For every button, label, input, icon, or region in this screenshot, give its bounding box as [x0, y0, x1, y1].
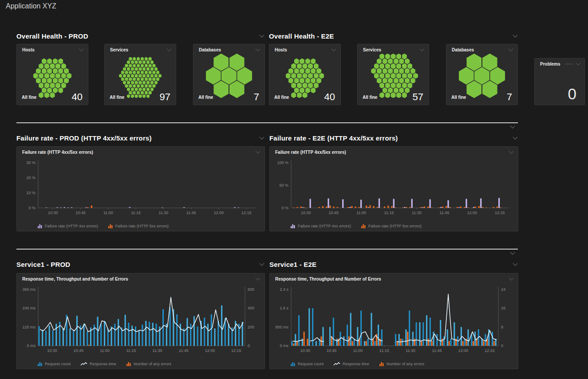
hexagon: [142, 74, 146, 78]
hexagon: [50, 73, 55, 78]
legend-item[interactable]: Failure rate (HTTP 4xx errors): [290, 224, 351, 228]
chevron-down-icon[interactable]: [512, 136, 518, 140]
hexagon: [213, 54, 229, 71]
axis-label: 240 ms: [22, 306, 36, 310]
chevron-down-icon[interactable]: [255, 277, 261, 281]
hexagon: [64, 78, 69, 83]
hexagon: [379, 82, 384, 88]
hexagon: [379, 73, 384, 78]
health-tile-hosts-e2e[interactable]: Hosts All fine 40: [269, 44, 341, 105]
legend-label: Request count: [45, 362, 71, 366]
health-tile-databases-prod[interactable]: Databases All fine 7: [193, 44, 265, 105]
hexagon: [137, 91, 140, 95]
axis-label: 11:15: [131, 211, 141, 215]
legend-item[interactable]: Failure rate (HTTP 5xx errors): [108, 224, 169, 228]
chevron-down-icon[interactable]: [255, 150, 261, 154]
chevron-down-icon[interactable]: [259, 136, 265, 140]
hexagon: [305, 87, 310, 93]
axis-label: 11:00: [353, 348, 363, 353]
chevron-down-icon[interactable]: [508, 150, 514, 154]
hexagon: [459, 67, 474, 84]
hexagon: [385, 54, 390, 59]
chevron-down-icon[interactable]: [509, 125, 516, 129]
chart-tile-failure-e2e[interactable]: Failure rate (HTTP 4xx/5xx errors) 100 %…: [269, 146, 518, 231]
chevron-down-icon[interactable]: [419, 47, 425, 52]
status-text: All fine: [274, 95, 289, 100]
hexagon: [396, 63, 401, 69]
hexagon: [33, 73, 38, 78]
hexagon: [377, 59, 382, 64]
hexagon: [53, 68, 58, 74]
legend-item[interactable]: Response time: [333, 362, 369, 366]
chevron-down-icon[interactable]: [259, 262, 265, 266]
legend-item[interactable]: Request count: [37, 362, 71, 366]
hexagon: [385, 73, 390, 78]
chevron-down-icon[interactable]: [331, 47, 337, 52]
chart-canvas: 2.4 s1.6 s800 ms0 ms24168010:3010:4511:0…: [272, 284, 516, 357]
legend-label: Response time: [90, 362, 116, 366]
chevron-down-icon[interactable]: [255, 47, 261, 52]
axis-label: 16: [501, 306, 505, 310]
problems-tile[interactable]: Problems 0: [534, 58, 585, 105]
legend-item[interactable]: Response time: [80, 362, 116, 366]
chart-tile-failure-prod[interactable]: Failure rate (HTTP 4xx/5xx errors) 30 %2…: [16, 146, 265, 231]
chevron-down-icon[interactable]: [508, 47, 514, 52]
chart-canvas: 100 %50 %0 %10:3010:4511:0011:1511:3011:…: [272, 157, 516, 219]
chart-title: Response time, Throughput and Number of …: [22, 277, 128, 281]
hexagon: [152, 77, 155, 81]
section-title-health-e2e: Overall Health - E2E: [269, 32, 334, 40]
hexagon: [53, 78, 58, 83]
chevron-down-icon[interactable]: [509, 251, 516, 255]
hexagon: [148, 57, 151, 61]
hexagon: [316, 68, 321, 74]
hexagon: [36, 78, 41, 83]
chevron-down-icon[interactable]: [166, 47, 172, 52]
hexagon: [138, 81, 142, 85]
hexagon: [396, 92, 401, 98]
chart-tile-service1-e2e[interactable]: Response time, Throughput and Number of …: [269, 273, 518, 369]
health-tile-services-e2e[interactable]: Services All fine 57: [357, 44, 429, 105]
hexagon: [388, 78, 393, 83]
hexagon: [142, 94, 146, 98]
axis-label: 0: [501, 344, 503, 348]
hexagon: [152, 64, 155, 68]
hexagon: [146, 74, 150, 78]
axis-label: 11:30: [412, 211, 422, 215]
hexagon: [137, 77, 140, 81]
tile-title: Problems: [540, 62, 560, 66]
hexagon: [213, 81, 229, 98]
chart-tile-service1-prod[interactable]: Response time, Throughput and Number of …: [16, 273, 265, 369]
chevron-down-icon[interactable]: [512, 262, 518, 266]
problems-count: 0: [568, 85, 576, 103]
hexagon: [410, 68, 415, 74]
hexagon: [42, 59, 47, 64]
axis-label: 11:45: [439, 211, 449, 215]
axis-label: 600: [248, 287, 254, 292]
hexagon: [145, 91, 148, 95]
tile-title: Services: [110, 47, 128, 52]
health-tile-databases-e2e[interactable]: Databases All fine 7: [446, 44, 518, 105]
chevron-down-icon[interactable]: [576, 62, 581, 66]
axis-label: 11:15: [126, 348, 136, 353]
hexagon: [146, 87, 150, 91]
axis-label: 20 %: [26, 176, 36, 180]
hexagon: [221, 67, 237, 84]
axis-label: 30 %: [26, 160, 36, 165]
legend-item[interactable]: Number of any errors: [379, 362, 424, 366]
chevron-down-icon[interactable]: [512, 34, 518, 38]
chevron-down-icon[interactable]: [78, 47, 84, 52]
hexagon: [286, 73, 291, 78]
legend-item[interactable]: Request count: [290, 362, 324, 366]
hexagon: [385, 82, 390, 88]
hexagon: [466, 81, 481, 98]
chevron-down-icon[interactable]: [508, 277, 514, 281]
health-tile-hosts-prod[interactable]: Hosts All fine 40: [16, 44, 88, 105]
legend-item[interactable]: Failure rate (HTTP 4xx errors): [37, 224, 98, 228]
hexagon: [39, 82, 43, 88]
chevron-down-icon[interactable]: [259, 34, 265, 38]
hexagon: [394, 59, 399, 64]
health-tile-services-prod[interactable]: Services All fine 97: [104, 44, 176, 105]
hexagon: [125, 70, 128, 74]
legend-item[interactable]: Failure rate (HTTP 5xx errors): [361, 224, 422, 228]
legend-item[interactable]: Number of any errors: [126, 362, 171, 366]
